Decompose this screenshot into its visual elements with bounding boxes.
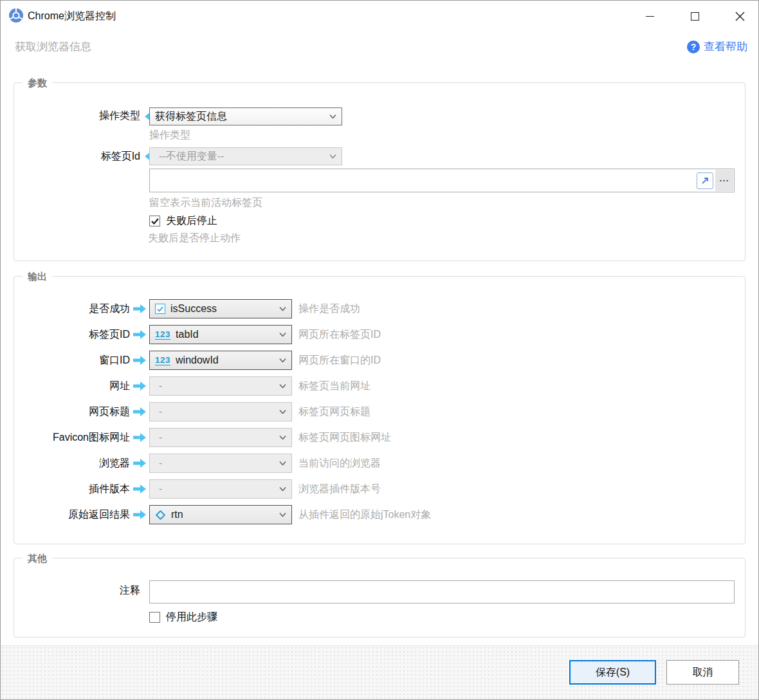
stop-on-fail-helper: 失败后是否停止动作: [148, 232, 241, 245]
tab-id-variable-value: --不使用变量--: [155, 150, 224, 163]
output-variable-value: isSuccess: [170, 303, 217, 315]
other-legend: 其他: [23, 552, 52, 565]
disable-step-checkbox[interactable]: [149, 612, 160, 623]
output-variable-dropdown[interactable]: -: [149, 479, 292, 499]
output-arrow-icon: [130, 484, 149, 493]
output-variable-value: -: [155, 380, 162, 392]
chevron-down-icon: [279, 410, 286, 414]
minimize-button[interactable]: [635, 3, 664, 29]
operation-type-dropdown[interactable]: 获得标签页信息: [149, 107, 342, 125]
save-button[interactable]: 保存(S): [569, 660, 656, 685]
output-variable-dropdown[interactable]: -: [149, 376, 292, 396]
other-groupbox: 其他 注释 停用此步骤: [14, 558, 745, 638]
tab-id-helper: 留空表示当前活动标签页: [149, 196, 262, 210]
output-variable-value: rtn: [171, 509, 183, 520]
minimize-icon: [646, 16, 654, 17]
output-row-helper: 从插件返回的原始jToken对象: [298, 508, 431, 522]
disable-step-row[interactable]: 停用此步骤: [149, 611, 217, 624]
output-variable-dropdown[interactable]: -: [149, 402, 292, 421]
maximize-button[interactable]: [680, 3, 709, 29]
output-row-helper: 标签页网页标题: [298, 405, 370, 419]
object-variable-icon: [156, 510, 166, 520]
params-legend: 参数: [23, 77, 52, 89]
output-row-helper: 网页所在窗口的ID: [298, 354, 381, 367]
output-variable-value: -: [155, 457, 162, 469]
output-variable-dropdown[interactable]: -: [149, 428, 292, 447]
output-row-label: Favicon图标网址: [14, 431, 130, 445]
action-subtitle: 获取浏览器信息: [15, 39, 91, 54]
output-arrow-icon: [130, 459, 149, 468]
output-row-label: 网页标题: [14, 405, 130, 419]
output-row: 窗口ID 123 windowId 网页所在窗口的ID: [14, 351, 745, 370]
close-icon: [735, 12, 745, 21]
output-row: 是否成功 isSuccess 操作是否成功: [14, 299, 745, 318]
output-row: 插件版本 - 浏览器插件版本号: [14, 479, 745, 499]
output-variable-dropdown[interactable]: rtn: [149, 505, 292, 524]
question-circle-icon: ?: [687, 41, 700, 53]
output-arrow-icon: [130, 510, 149, 519]
expand-editor-button[interactable]: [697, 172, 713, 189]
output-arrow-icon: [130, 356, 149, 365]
chevron-down-icon: [279, 513, 286, 517]
output-legend: 输出: [23, 270, 52, 283]
output-row: Favicon图标网址 - 标签页网页图标网址: [14, 428, 745, 447]
close-button[interactable]: [725, 3, 754, 29]
output-row-helper: 标签页网页图标网址: [298, 431, 391, 445]
output-row-helper: 当前访问的浏览器: [298, 457, 381, 470]
help-link[interactable]: ? 查看帮助: [687, 39, 747, 54]
comment-input-wrap: [149, 580, 735, 603]
stop-on-fail-checkbox[interactable]: [149, 216, 160, 226]
output-row: 浏览器 - 当前访问的浏览器: [14, 454, 745, 473]
dialog-window: Chrome浏览器控制 获取浏览器信息 ? 查看帮助 参数 操作类型 获得标签页…: [0, 0, 759, 700]
comment-label: 注释: [14, 584, 140, 598]
check-icon: [151, 218, 159, 225]
chevron-down-icon: [279, 436, 286, 440]
output-row-label: 插件版本: [14, 483, 130, 496]
output-variable-dropdown[interactable]: 123 tabId: [149, 325, 292, 344]
chevron-down-icon: [279, 487, 286, 492]
chevron-down-icon: [279, 333, 286, 337]
output-row-helper: 操作是否成功: [298, 302, 360, 316]
stop-on-fail-row[interactable]: 失败后停止: [149, 214, 217, 228]
maximize-icon: [691, 12, 699, 21]
output-variable-value: -: [155, 483, 162, 495]
output-row: 标签页ID 123 tabId 网页所在标签页ID: [14, 325, 745, 344]
help-link-label: 查看帮助: [704, 39, 747, 54]
chrome-icon: [8, 8, 24, 23]
output-row-helper: 标签页当前网址: [298, 380, 370, 393]
output-row-label: 浏览器: [14, 457, 130, 470]
output-variable-value: -: [155, 406, 162, 418]
output-groupbox: 输出 是否成功 isSuccess 操作是否成功 标签页ID: [14, 276, 745, 544]
output-variable-value: windowId: [176, 355, 219, 366]
tab-id-variable-dropdown[interactable]: --不使用变量--: [149, 147, 342, 165]
output-row-helper: 网页所在标签页ID: [298, 328, 381, 342]
cancel-button[interactable]: 取消: [666, 660, 739, 685]
output-variable-dropdown[interactable]: -: [149, 454, 292, 473]
chevron-down-icon: [329, 115, 336, 119]
output-row-label: 窗口ID: [14, 354, 130, 367]
output-arrow-icon: [130, 330, 149, 339]
output-row-label: 网址: [14, 380, 130, 393]
operation-type-value: 获得标签页信息: [155, 110, 227, 124]
output-arrow-icon: [130, 433, 149, 442]
tab-id-input[interactable]: [150, 169, 734, 192]
operation-type-helper: 操作类型: [149, 129, 190, 142]
title-bar: Chrome浏览器控制: [1, 1, 758, 32]
comment-input[interactable]: [150, 581, 734, 603]
tab-id-input-wrap: ...: [149, 169, 735, 192]
output-variable-value: -: [155, 432, 162, 443]
sub-header: 获取浏览器信息 ? 查看帮助: [1, 38, 758, 57]
output-variable-dropdown[interactable]: 123 windowId: [149, 351, 292, 370]
more-options-button[interactable]: ...: [715, 170, 733, 191]
chevron-down-icon: [279, 384, 286, 389]
output-arrow-icon: [130, 382, 149, 391]
external-link-icon: [700, 176, 709, 185]
output-variable-dropdown[interactable]: isSuccess: [149, 299, 292, 318]
disable-step-label: 停用此步骤: [166, 611, 217, 624]
output-row: 原始返回结果 rtn 从插件返回的原始jToken对象: [14, 505, 745, 524]
output-row-label: 标签页ID: [14, 328, 130, 342]
chevron-down-icon: [279, 307, 286, 311]
output-row-label: 原始返回结果: [14, 508, 130, 522]
chevron-down-icon: [279, 358, 286, 363]
output-row: 网址 - 标签页当前网址: [14, 376, 745, 396]
